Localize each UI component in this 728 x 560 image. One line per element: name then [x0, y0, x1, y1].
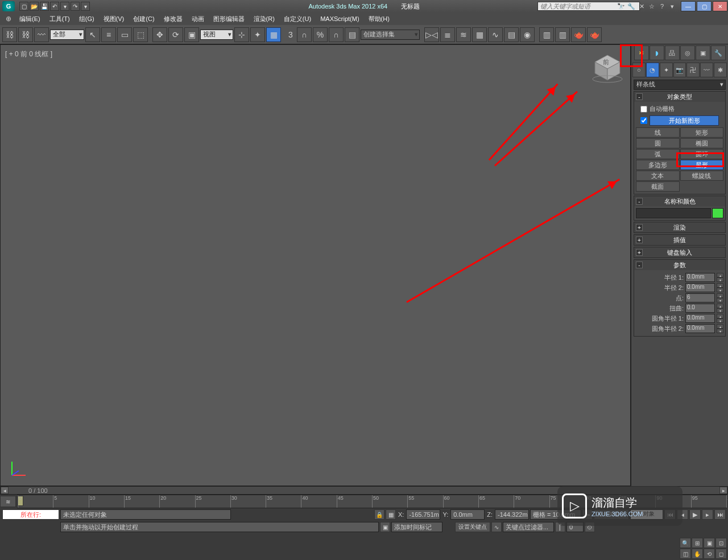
zoom-extents-all-icon[interactable]: ⊡: [715, 538, 727, 548]
scroll-right-icon[interactable]: ▸: [719, 487, 727, 494]
plus-icon[interactable]: +: [636, 224, 643, 231]
display-tab-icon[interactable]: ▣: [696, 45, 710, 60]
key-filters-button[interactable]: 关键点过滤器...: [503, 522, 554, 532]
fov-icon[interactable]: ◫: [680, 549, 691, 559]
maximize-button[interactable]: ▢: [697, 1, 712, 11]
circle-button[interactable]: 圆: [636, 138, 680, 148]
geometry-icon[interactable]: ○: [632, 63, 646, 77]
scale-icon[interactable]: ▣: [184, 27, 199, 42]
lights-icon[interactable]: ✦: [660, 63, 673, 77]
donut-button[interactable]: 圆环: [680, 149, 724, 159]
open-icon[interactable]: 📂: [30, 2, 39, 11]
select-rect-icon[interactable]: ▭: [117, 27, 132, 42]
color-swatch[interactable]: [712, 208, 723, 218]
y-coord[interactable]: 0.0mm: [450, 509, 485, 520]
section-button[interactable]: 截面: [636, 181, 680, 192]
curve-editor-icon[interactable]: ∿: [488, 27, 503, 42]
menu-edit[interactable]: 编辑(E): [15, 13, 45, 25]
bind-spacewarp-icon[interactable]: 〰: [34, 27, 49, 42]
menu-maxscript[interactable]: MAXScript(M): [316, 13, 363, 25]
close-button[interactable]: ✕: [713, 1, 727, 11]
select-object-icon[interactable]: ↖: [85, 27, 100, 42]
modify-tab-icon[interactable]: ◗: [650, 45, 664, 60]
star-button[interactable]: 星形: [680, 160, 724, 170]
comm-center-icon[interactable]: ▣: [380, 522, 390, 532]
schematic-view-icon[interactable]: ▤: [504, 27, 519, 42]
zoom-icon[interactable]: 🔍: [680, 538, 691, 548]
object-name-input[interactable]: [636, 208, 711, 218]
rotate-icon[interactable]: ⟳: [168, 27, 183, 42]
shape-category-select[interactable]: 样条线: [634, 80, 726, 90]
goto-end-icon[interactable]: ⏭: [714, 509, 726, 520]
move-icon[interactable]: ✥: [152, 27, 167, 42]
spinner-icon[interactable]: ▴▾: [717, 324, 723, 333]
link-icon[interactable]: ⛓: [2, 27, 17, 42]
lock-icon[interactable]: 🔒: [374, 509, 384, 520]
plus-icon[interactable]: +: [636, 237, 643, 243]
arc-button[interactable]: 弧: [636, 149, 680, 159]
spinner-icon[interactable]: ▴▾: [717, 304, 723, 313]
edit-named-sel-icon[interactable]: ▤: [345, 27, 359, 42]
autogrid-checkbox[interactable]: [640, 106, 647, 113]
spinner-icon[interactable]: ▴▾: [717, 283, 723, 292]
menu-views[interactable]: 视图(V): [99, 13, 129, 25]
spinner-icon[interactable]: ▴▾: [717, 314, 723, 323]
align-icon[interactable]: ≣: [440, 27, 455, 42]
object-type-header[interactable]: -对象类型: [634, 92, 725, 102]
line-button[interactable]: 线: [636, 127, 680, 138]
qat-drop2-icon[interactable]: ▾: [81, 2, 90, 11]
shapes-icon[interactable]: ◔: [646, 63, 659, 77]
radius1-input[interactable]: 0.0mm: [685, 273, 715, 282]
menu-help[interactable]: 帮助(H): [364, 13, 394, 25]
unlink-icon[interactable]: ⛓̷: [18, 27, 33, 42]
fillet2-input[interactable]: 0.0mm: [685, 324, 715, 333]
menu-group[interactable]: 组(G): [75, 13, 99, 25]
snap-3-icon[interactable]: 3: [286, 27, 296, 42]
grip-icon[interactable]: ⊕: [2, 14, 15, 24]
plus-icon[interactable]: +: [636, 249, 643, 256]
start-new-shape-checkbox[interactable]: [640, 117, 647, 124]
text-button[interactable]: 文本: [636, 171, 680, 181]
help-drop-icon[interactable]: ▾: [668, 2, 677, 11]
spinner-icon[interactable]: ▴▾: [717, 293, 723, 302]
z-coord[interactable]: -144.322m: [495, 509, 529, 520]
manipulate-icon[interactable]: ✦: [250, 27, 265, 42]
minus-icon[interactable]: -: [636, 198, 643, 205]
helpers-icon[interactable]: 卍: [686, 63, 700, 77]
render-prod-teapot-icon[interactable]: 🫖: [587, 27, 602, 42]
orbit-icon[interactable]: ⟲: [704, 549, 715, 559]
name-color-header[interactable]: -名称和颜色: [634, 196, 725, 206]
params-header[interactable]: -参数: [634, 260, 725, 270]
max-viewport-icon[interactable]: ◻: [715, 549, 727, 559]
scroll-left-icon[interactable]: ◂: [1, 487, 9, 494]
render-setup-icon[interactable]: ▥: [539, 27, 554, 42]
cameras-icon[interactable]: 📷: [673, 63, 686, 77]
utilities-tab-icon[interactable]: 🔧: [711, 45, 726, 60]
render-header[interactable]: +渲染: [634, 222, 725, 233]
qat-drop-icon[interactable]: ▾: [60, 2, 69, 11]
wrench-icon[interactable]: 🔧: [627, 2, 636, 11]
use-pivot-icon[interactable]: ⊹: [234, 27, 249, 42]
helix-button[interactable]: 螺旋线: [680, 171, 724, 181]
time-config-icon[interactable]: ≋: [0, 496, 16, 507]
star-icon[interactable]: ☆: [647, 2, 656, 11]
menu-tools[interactable]: 工具(T): [45, 13, 75, 25]
systems-icon[interactable]: ✱: [714, 63, 727, 77]
snap-angle-icon[interactable]: ∩: [297, 27, 312, 42]
render-teapot-icon[interactable]: 🫖: [571, 27, 586, 42]
ellipse-button[interactable]: 椭圆: [680, 138, 724, 148]
viewport[interactable]: [ + 0 前 0 线框 ] 前: [0, 44, 631, 486]
keyboard-shortcut-icon[interactable]: ▦: [266, 27, 281, 42]
material-editor-icon[interactable]: ◉: [520, 27, 535, 42]
binoculars-icon[interactable]: 🔭: [617, 2, 626, 11]
points-input[interactable]: 6: [685, 293, 715, 302]
radius2-input[interactable]: 0.0mm: [685, 283, 715, 292]
motion-tab-icon[interactable]: ◎: [680, 45, 695, 60]
exchange-icon[interactable]: ✕: [637, 2, 646, 11]
kbd-header[interactable]: +键盘输入: [634, 247, 725, 258]
viewport-label[interactable]: [ + 0 前 0 线框 ]: [5, 49, 52, 59]
menu-create[interactable]: 创建(C): [129, 13, 159, 25]
select-name-icon[interactable]: ≡: [101, 27, 116, 42]
distort-input[interactable]: 0.0: [685, 304, 715, 313]
hierarchy-tab-icon[interactable]: 品: [665, 45, 680, 60]
